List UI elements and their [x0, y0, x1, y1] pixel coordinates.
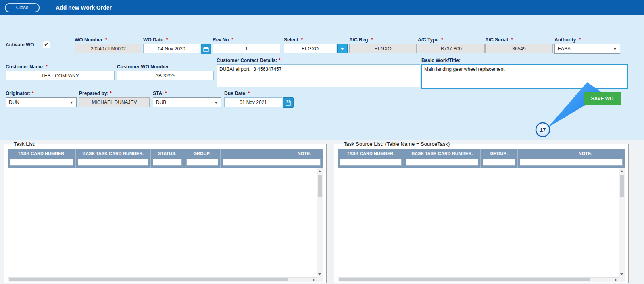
customer-contact-label: Customer Contact Details:	[217, 58, 277, 63]
group-filter-input[interactable]	[186, 159, 218, 166]
rev-no-input[interactable]: 1	[213, 44, 280, 53]
required-mark: *	[32, 91, 34, 96]
required-mark: *	[165, 91, 167, 96]
text-cursor	[505, 67, 505, 72]
due-date-field: Due Date:* 01 Nov 2021	[224, 91, 294, 108]
required-mark: *	[511, 37, 513, 43]
customer-contact-field: Customer Contact Details:* DUBAI airport…	[217, 58, 420, 87]
customer-name-label: Customer Name:	[6, 64, 44, 70]
calendar-icon	[203, 46, 209, 52]
activate-wo-checkbox[interactable]	[43, 41, 50, 48]
sta-label: STA:	[153, 91, 164, 96]
authority-select[interactable]: EASA	[554, 44, 620, 54]
required-mark: *	[46, 64, 48, 70]
aircraft-select-dropdown-button[interactable]	[337, 44, 348, 53]
triangle-right-icon	[313, 278, 315, 282]
originator-select[interactable]: DUN	[6, 97, 77, 107]
sta-value: DUB	[156, 100, 166, 105]
ac-serial-field: A/C Serial:* 36549	[485, 37, 553, 53]
vertical-scrollbar[interactable]	[619, 168, 625, 277]
add-work-order-window: Close Add new Work Order Activate WO: WO…	[0, 0, 644, 284]
column-group: GROUP:	[184, 149, 221, 168]
column-task-card-number: TASK CARD NUMBER:	[338, 149, 404, 168]
status-filter-input[interactable]	[153, 159, 182, 166]
activate-wo-label: Activate WO:	[6, 42, 36, 48]
wo-number-label: WO Number:	[75, 37, 104, 43]
sta-select[interactable]: DUB	[153, 97, 221, 107]
authority-label: Authority:	[554, 37, 577, 43]
required-mark: *	[371, 37, 373, 43]
customer-wo-number-field: Customer WO Number: AB-32/25	[117, 64, 214, 80]
due-date-input[interactable]: 01 Nov 2021	[224, 97, 282, 107]
scroll-down-arrow[interactable]	[619, 271, 625, 277]
column-note: NOTE:	[518, 149, 625, 168]
task-list-panel: Task List: TASK CARD NUMBER: BASE TASK C…	[4, 141, 327, 283]
customer-wo-number-input[interactable]: AB-32/25	[117, 71, 214, 80]
task-panels: Task List: TASK CARD NUMBER: BASE TASK C…	[0, 140, 644, 284]
wo-number-input: 202407-LM0002	[75, 44, 142, 53]
required-mark: *	[231, 37, 233, 43]
group-filter-input[interactable]	[483, 159, 515, 166]
customer-name-input[interactable]: TEST COMPANY	[6, 71, 115, 80]
vertical-scrollbar[interactable]	[317, 168, 323, 277]
save-wo-button[interactable]: SAVE WO	[584, 92, 621, 105]
chevron-down-icon	[70, 102, 73, 104]
required-mark: *	[166, 37, 168, 43]
ac-type-field: A/C Type:* B737-800	[418, 37, 485, 53]
title-bar: Close Add new Work Order	[0, 0, 644, 15]
scroll-up-arrow[interactable]	[317, 168, 323, 174]
note-filter-input[interactable]	[520, 159, 623, 166]
column-note: NOTE:	[221, 149, 323, 168]
horizontal-scrollbar[interactable]	[8, 277, 317, 282]
scrollbar-corner	[619, 277, 625, 282]
wo-date-calendar-button[interactable]	[201, 44, 211, 54]
customer-contact-textarea[interactable]: DUBAI airport,+3 456347457	[217, 64, 420, 87]
scrollbar-corner	[317, 277, 323, 282]
basic-work-title-label: Basic Work/Title:	[421, 58, 628, 63]
vertical-scrollbar-thumb[interactable]	[620, 175, 624, 197]
scroll-right-arrow[interactable]	[311, 278, 317, 282]
triangle-down-icon	[318, 273, 321, 275]
ac-reg-label: A/C Reg:	[349, 37, 370, 43]
horizontal-scrollbar[interactable]	[338, 277, 619, 282]
column-header-label: STATUS:	[151, 149, 184, 158]
column-status: STATUS:	[151, 149, 184, 168]
task-card-number-filter-input[interactable]	[340, 159, 402, 166]
prepared-by-field: Prepared by:* MICHAEL DUNAJEV	[79, 91, 150, 107]
horizontal-scrollbar-thumb[interactable]	[339, 278, 590, 281]
horizontal-scrollbar-thumb[interactable]	[9, 278, 288, 281]
wo-date-label: WO Date:	[143, 37, 165, 43]
task-card-number-filter-input[interactable]	[10, 159, 73, 166]
column-header-label: BASE TASK CARD NUMBER:	[76, 149, 150, 158]
required-mark: *	[279, 58, 281, 63]
wo-date-input[interactable]: 04 Nov 2020	[143, 44, 200, 53]
note-filter-input[interactable]	[223, 159, 321, 166]
triangle-up-icon	[318, 170, 321, 172]
close-button[interactable]: Close	[5, 3, 40, 12]
triangle-down-icon	[620, 273, 623, 275]
column-header-label: GROUP:	[184, 149, 220, 158]
task-source-list-legend: Task Source List: (Table Name = SourceTa…	[342, 141, 452, 147]
task-source-list-header: TASK CARD NUMBER: BASE TASK CARD NUMBER:…	[338, 149, 625, 168]
scroll-down-arrow[interactable]	[317, 271, 323, 277]
ac-reg-field: A/C Reg:* EI-GXO	[349, 37, 417, 53]
column-header-label: NOTE:	[221, 149, 323, 158]
base-task-card-number-filter-input[interactable]	[406, 159, 478, 166]
required-mark: *	[441, 37, 443, 43]
prepared-by-input: MICHAEL DUNAJEV	[79, 97, 150, 107]
basic-work-title-textarea[interactable]: Main landing gear wheel replacement	[421, 64, 628, 89]
required-mark: *	[579, 37, 581, 43]
ac-reg-input: EI-GXO	[349, 44, 417, 53]
task-source-list-panel: Task Source List: (Table Name = SourceTa…	[334, 141, 629, 283]
aircraft-select-value[interactable]: EI-GXO	[284, 44, 336, 53]
base-task-card-number-filter-input[interactable]	[78, 159, 148, 166]
vertical-scrollbar-thumb[interactable]	[318, 175, 322, 197]
due-date-calendar-button[interactable]	[283, 97, 294, 108]
originator-label: Originator:	[6, 91, 31, 96]
required-mark: *	[301, 37, 303, 43]
basic-work-title-value: Main landing gear wheel replacement	[424, 66, 504, 72]
scroll-right-arrow[interactable]	[613, 278, 619, 282]
ac-serial-label: A/C Serial:	[485, 37, 510, 43]
scroll-up-arrow[interactable]	[619, 168, 625, 174]
wo-date-field: WO Date:* 04 Nov 2020	[143, 37, 211, 54]
